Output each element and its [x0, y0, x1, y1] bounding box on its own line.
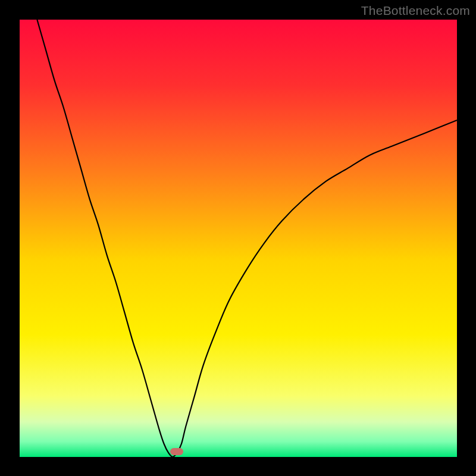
optimal-marker: [170, 448, 183, 455]
bottleneck-curve: [20, 20, 457, 457]
plot-area: [20, 20, 457, 457]
watermark: TheBottleneck.com: [361, 4, 470, 18]
